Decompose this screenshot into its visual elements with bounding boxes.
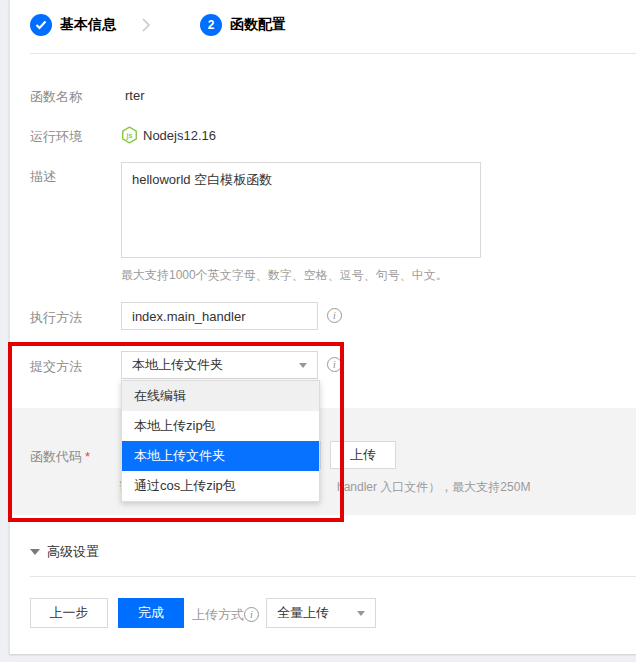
footer-divider — [30, 576, 636, 577]
code-hint-fragment: handler 入口文件），最大支持250M — [337, 479, 530, 496]
function-code-label-text: 函数代码 — [30, 449, 82, 464]
submit-method-select[interactable]: 本地上传文件夹 — [121, 351, 318, 379]
menu-item-local-zip[interactable]: 本地上传zip包 — [122, 411, 319, 441]
step2-label: 函数配置 — [230, 16, 286, 34]
upload-button[interactable]: 上传 — [330, 441, 396, 469]
svg-text:js: js — [126, 132, 133, 140]
function-name-value: rter — [125, 88, 145, 103]
runtime-value: Nodejs12.16 — [143, 128, 216, 143]
menu-item-local-folder[interactable]: 本地上传文件夹 — [122, 441, 319, 471]
check-icon — [35, 20, 47, 30]
finish-button[interactable]: 完成 — [118, 598, 184, 628]
content-card — [9, 0, 636, 654]
handler-label: 执行方法 — [30, 309, 82, 327]
prev-step-button[interactable]: 上一步 — [30, 598, 108, 628]
triangle-down-icon — [30, 549, 40, 555]
upload-mode-info-icon[interactable]: i — [244, 607, 259, 622]
handler-input[interactable] — [121, 302, 318, 330]
step2-circle: 2 — [200, 14, 222, 36]
function-name-label: 函数名称 — [30, 88, 82, 106]
handler-info-icon[interactable]: i — [327, 308, 342, 323]
required-asterisk: * — [85, 449, 90, 464]
description-hint: 最大支持1000个英文字母、数字、空格、逗号、句号、中文。 — [121, 267, 448, 284]
header-divider — [30, 53, 636, 54]
menu-item-online-edit[interactable]: 在线编辑 — [122, 381, 319, 411]
description-textarea[interactable]: helloworld 空白模板函数 — [121, 162, 481, 258]
caret-down-icon — [357, 611, 365, 616]
menu-item-cos-zip[interactable]: 通过cos上传zip包 — [122, 471, 319, 501]
upload-mode-select[interactable]: 全量上传 — [266, 598, 376, 628]
caret-down-icon — [299, 363, 307, 368]
advanced-settings-toggle[interactable]: 高级设置 — [30, 543, 99, 561]
advanced-settings-label: 高级设置 — [47, 543, 99, 561]
function-code-label: 函数代码* — [30, 448, 90, 466]
description-label: 描述 — [30, 168, 56, 186]
step2-number: 2 — [208, 18, 215, 32]
submit-method-value: 本地上传文件夹 — [132, 356, 223, 374]
step1-circle — [30, 14, 52, 36]
step-basic-info[interactable]: 基本信息 — [30, 14, 116, 36]
step1-label: 基本信息 — [60, 16, 116, 34]
submit-method-label: 提交方法 — [30, 358, 82, 376]
chevron-right-icon — [141, 17, 151, 33]
nodejs-icon: js — [121, 126, 138, 144]
upload-mode-label: 上传方式 — [192, 606, 244, 624]
function-config-page: 基本信息 2 函数配置 函数名称 rter 运行环境 js Nodejs12.1… — [0, 0, 636, 662]
upload-mode-value: 全量上传 — [277, 604, 329, 622]
runtime-label: 运行环境 — [30, 128, 82, 146]
function-code-panel — [10, 408, 636, 515]
submit-method-dropdown-menu: 在线编辑 本地上传zip包 本地上传文件夹 通过cos上传zip包 — [121, 380, 320, 502]
submit-method-info-icon[interactable]: i — [327, 357, 342, 372]
step-function-config: 2 函数配置 — [200, 14, 286, 36]
